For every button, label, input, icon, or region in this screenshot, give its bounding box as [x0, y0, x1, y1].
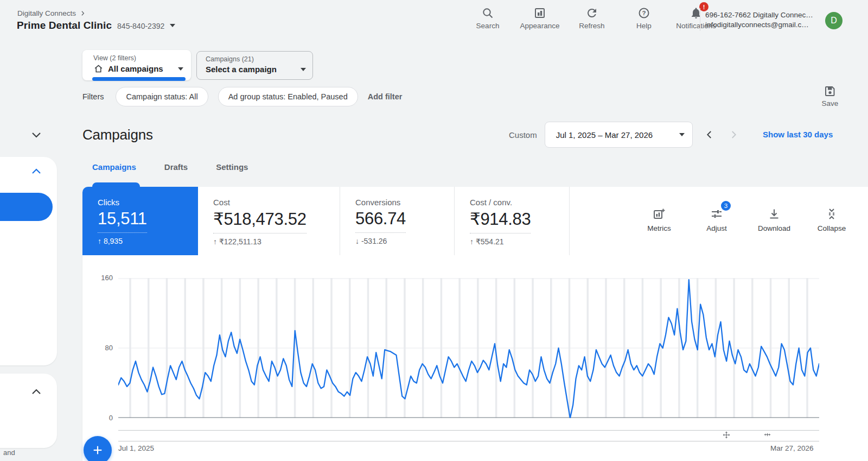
view-picker-dropdown[interactable]: View (2 filters) All campaigns — [82, 50, 191, 80]
nav-section-collapse-chevron[interactable] — [29, 130, 43, 139]
campaigns-panel: Clicks 15,511 ↑ 8,935 Cost ₹518,473.52 ↑… — [82, 187, 868, 461]
delta-arrow-icon: ↑ — [470, 237, 474, 246]
nav-panel-collapse-chevron[interactable] — [29, 388, 43, 396]
header-divider — [700, 8, 700, 31]
scorecard-delta: ↑ 8,935 — [98, 237, 198, 245]
delta-value: ₹122,511.13 — [219, 237, 261, 246]
chart-scrubber-track[interactable] — [118, 430, 819, 431]
help-button[interactable]: ? Help — [622, 7, 666, 30]
account-id: 845-840-2392 — [117, 22, 164, 30]
chevron-down-icon — [679, 133, 685, 136]
chart-toolbar: Metrics 3 Adjust Download Collapse — [642, 207, 848, 232]
page-title: Campaigns — [82, 127, 153, 143]
chart-scrubber-controls — [723, 431, 771, 439]
x-axis-start-label: Jul 1, 2025 — [118, 444, 154, 452]
nav-panel-collapse-chevron-blue[interactable] — [29, 167, 43, 176]
campaign-picker-value: Select a campaign — [206, 65, 296, 74]
adjust-sliders-icon — [710, 207, 723, 220]
download-icon — [768, 207, 781, 220]
y-axis-tick-160: 160 — [89, 274, 113, 282]
download-button[interactable]: Download — [757, 207, 791, 232]
chevron-down-icon — [301, 68, 306, 71]
collapse-icon — [825, 207, 838, 220]
save-icon — [824, 85, 837, 98]
scorecard-value: 15,511 — [98, 209, 147, 233]
scorecard-conversions[interactable]: Conversions 566.74 ↓ -531.26 — [340, 187, 455, 255]
nav-panel-top — [0, 157, 57, 365]
tool-label: Metrics — [647, 224, 671, 232]
scrubber-pan-icon[interactable] — [723, 431, 730, 439]
chevron-right-icon — [79, 10, 86, 17]
save-label: Save — [822, 99, 839, 108]
delta-arrow-icon: ↓ — [355, 237, 359, 245]
appearance-button[interactable]: Appearance — [518, 7, 562, 30]
filter-chip-campaign-status[interactable]: Campaign status: All — [116, 87, 208, 106]
filters-row: Filters Campaign status: All Ad group st… — [82, 87, 402, 106]
chevron-down-icon — [170, 24, 175, 27]
help-icon: ? — [637, 7, 650, 20]
scorecard-clicks[interactable]: Clicks 15,511 ↑ 8,935 — [82, 187, 198, 255]
collapse-button[interactable]: Collapse — [815, 207, 848, 232]
save-button[interactable]: Save — [816, 85, 844, 108]
nav-panel-bottom — [0, 374, 57, 448]
scorecard-delta: ↑ ₹122,511.13 — [213, 237, 340, 246]
profile-email-line: infodigitallyconnects@gmail.c… — [705, 20, 813, 30]
adjust-badge: 3 — [721, 201, 731, 211]
delta-value: 8,935 — [104, 237, 123, 245]
date-prev-button[interactable] — [705, 130, 714, 140]
nav-label: Appearance — [520, 22, 560, 30]
tab-drafts[interactable]: Drafts — [164, 162, 188, 172]
scorecard-label: Conversions — [355, 198, 454, 207]
avatar[interactable]: D — [825, 12, 843, 29]
search-button[interactable]: Search — [465, 7, 510, 30]
delta-arrow-icon: ↑ — [213, 237, 217, 246]
y-axis-tick-80: 80 — [89, 344, 113, 352]
appearance-icon — [533, 7, 546, 20]
avatar-letter: D — [831, 16, 837, 26]
create-campaign-fab[interactable] — [84, 436, 112, 461]
chevron-down-icon — [178, 67, 183, 71]
campaign-picker-dropdown[interactable]: Campaigns (21) Select a campaign — [196, 51, 313, 80]
y-axis-tick-0: 0 — [89, 414, 113, 422]
metrics-button[interactable]: Metrics — [642, 207, 676, 232]
scorecard-label: Cost — [213, 198, 340, 207]
filter-chip-adgroup-status[interactable]: Ad group status: Enabled, Paused — [218, 87, 358, 106]
date-range-area: Custom Jul 1, 2025 – Mar 27, 2026 — [509, 122, 738, 148]
scorecard-delta: ↓ -531.26 — [355, 237, 454, 245]
campaign-picker-label: Campaigns (21) — [206, 55, 306, 63]
search-icon — [481, 7, 494, 20]
scorecard-delta: ↑ ₹554.21 — [470, 237, 569, 246]
date-next-button[interactable] — [729, 130, 738, 140]
profile-account-line: 696-162-7662 Digitally Connec… — [705, 10, 813, 20]
account-header[interactable]: Prime Dental Clinic 845-840-2392 — [17, 20, 175, 31]
tool-label: Adjust — [706, 224, 727, 232]
chart-scrubber-track-bottom — [118, 441, 819, 441]
scrubber-expand-icon[interactable] — [764, 431, 771, 439]
scorecard-label: Cost / conv. — [470, 198, 569, 207]
breadcrumb-manager-link[interactable]: Digitally Connects — [17, 9, 76, 17]
filters-label: Filters — [82, 92, 104, 101]
tool-label: Collapse — [818, 224, 846, 232]
scorecard-cost[interactable]: Cost ₹518,473.52 ↑ ₹122,511.13 — [198, 187, 340, 255]
clicks-series-line — [118, 280, 819, 418]
add-filter-button[interactable]: Add filter — [368, 92, 403, 101]
refresh-button[interactable]: Refresh — [570, 7, 614, 30]
nav-label: Search — [476, 22, 500, 30]
metrics-icon — [653, 207, 666, 220]
timeseries-chart[interactable] — [118, 278, 819, 418]
profile-info[interactable]: 696-162-7662 Digitally Connec… infodigit… — [705, 10, 813, 30]
scorecard-cost-per-conv[interactable]: Cost / conv. ₹914.83 ↑ ₹554.21 — [455, 187, 570, 255]
date-range-dropdown[interactable]: Jul 1, 2025 – Mar 27, 2026 — [545, 122, 693, 148]
scorecard-value: ₹914.83 — [470, 209, 531, 233]
plus-icon — [92, 444, 104, 456]
nav-selected-item-pill[interactable] — [0, 193, 53, 221]
date-range-value: Jul 1, 2025 – Mar 27, 2026 — [556, 130, 673, 140]
adjust-button[interactable]: 3 Adjust — [700, 207, 733, 232]
account-name: Prime Dental Clinic — [17, 20, 112, 31]
view-picker-value: All campaigns — [108, 64, 174, 73]
show-last-30-days-link[interactable]: Show last 30 days — [763, 130, 833, 139]
tool-label: Download — [758, 224, 790, 232]
tab-campaigns[interactable]: Campaigns — [92, 162, 136, 172]
view-picker-highlight-bar — [92, 77, 186, 81]
tab-settings[interactable]: Settings — [216, 162, 248, 172]
